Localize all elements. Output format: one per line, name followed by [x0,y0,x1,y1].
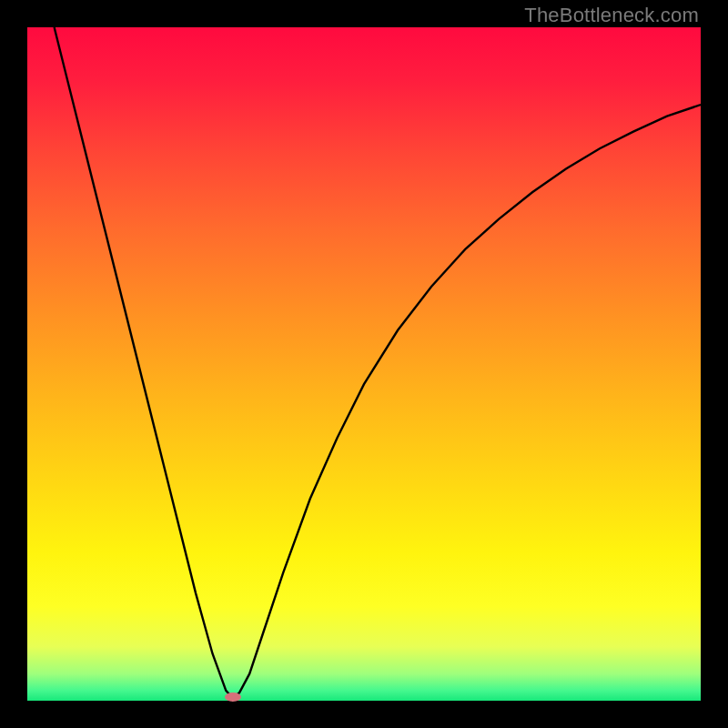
plot-area [27,27,701,701]
watermark-text: TheBottleneck.com [524,4,699,27]
gradient-background [27,27,701,701]
optimal-marker [225,693,241,702]
plot-frame [27,27,701,701]
